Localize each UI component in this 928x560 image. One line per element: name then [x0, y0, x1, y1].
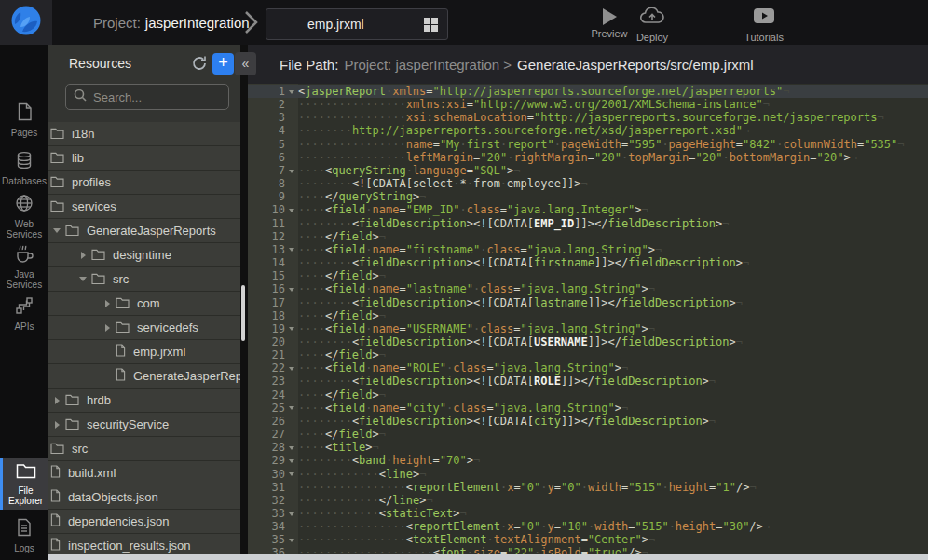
fold-arrow-icon[interactable] — [289, 459, 294, 463]
code-line[interactable]: 6················leftMargin="20"·rightMa… — [248, 151, 928, 164]
tree-item-src[interactable]: src — [48, 267, 240, 292]
code-line[interactable]: 31················<reportElement·x="0"·y… — [248, 481, 928, 494]
code-line[interactable]: 2················xmlns:xsi="http://www.w… — [248, 98, 928, 111]
code-line[interactable]: 33············<staticText>¬ — [248, 507, 928, 520]
sidebar-item-java-services[interactable]: JavaServices — [0, 240, 48, 294]
fold-gutter — [285, 494, 298, 507]
chevron-collapsed-icon[interactable] — [78, 251, 88, 260]
chevron-collapsed-icon[interactable] — [52, 396, 61, 405]
fold-arrow-icon[interactable] — [289, 446, 294, 450]
fold-arrow-icon[interactable] — [289, 248, 294, 252]
fold-arrow-icon[interactable] — [289, 539, 294, 542]
code-line[interactable]: 18····</field>¬ — [248, 309, 928, 322]
fold-arrow-icon[interactable] — [289, 209, 294, 212]
sidebar-item-logs[interactable]: Logs — [0, 514, 48, 557]
code-editor[interactable]: 1<jasperReport·xmlns="http://jasperrepor… — [248, 84, 928, 560]
tree-item-servicedefs[interactable]: servicedefs — [48, 316, 240, 340]
panel-scrollbar-track[interactable] — [240, 45, 248, 560]
tree-item-dependencies-json[interactable]: dependencies.json — [48, 510, 240, 534]
fold-arrow-icon[interactable] — [289, 472, 294, 476]
fold-arrow-icon[interactable] — [289, 327, 294, 331]
chevron-expanded-icon[interactable] — [78, 275, 88, 284]
code-line[interactable]: 7····<queryString·language="SQL">¬ — [248, 164, 928, 177]
code-line[interactable]: 13····<field·name="firstname"·class="jav… — [248, 243, 928, 256]
search-input[interactable] — [93, 90, 205, 104]
tree-item-profiles[interactable]: profiles — [48, 171, 240, 195]
fold-arrow-icon[interactable] — [289, 367, 294, 371]
tree-item-dataobjects-json[interactable]: dataObjects.json — [48, 485, 240, 510]
code-line[interactable]: 34················<reportElement·x="0"·y… — [248, 520, 928, 533]
tree-item-com[interactable]: com — [48, 292, 240, 316]
grid-icon[interactable] — [424, 18, 438, 32]
fold-arrow-icon[interactable] — [289, 170, 294, 173]
code-line[interactable]: 3················xsi:schemaLocation="htt… — [248, 111, 928, 124]
tutorials-button[interactable]: Tutorials — [738, 7, 790, 43]
fold-arrow-icon[interactable] — [289, 406, 294, 410]
panel-scrollbar-thumb[interactable] — [241, 285, 245, 341]
horizontal-scrollbar[interactable] — [48, 554, 928, 560]
sidebar-item-web-services[interactable]: WebServices — [0, 190, 48, 243]
tree-item-services[interactable]: services — [48, 195, 240, 219]
code-line[interactable]: 27····</field>¬ — [248, 428, 928, 441]
tree-item-generatejasperreports[interactable]: GenerateJasperReports — [48, 219, 240, 243]
line-number: 34 — [248, 520, 285, 533]
code-line[interactable]: 11········<fieldDescription><![CDATA[EMP… — [248, 217, 928, 230]
code-line[interactable]: 16····<field·name="lastname"·class="java… — [248, 282, 928, 295]
code-line[interactable]: 9····</queryString>¬ — [248, 190, 928, 203]
code-line[interactable]: 28····<title>¬ — [248, 441, 928, 454]
code-line[interactable]: 21····</field>¬ — [248, 348, 928, 362]
code-line[interactable]: 8········<![CDATA[select·*·from·employee… — [248, 177, 928, 190]
chevron-collapsed-icon[interactable] — [102, 299, 112, 308]
code-line[interactable]: 10····<field·name="EMP_ID"·class="java.l… — [248, 203, 928, 216]
sidebar-item-pages[interactable]: Pages — [0, 99, 48, 142]
tree-item-build-xml[interactable]: build.xml — [48, 461, 240, 485]
add-resource-button[interactable]: + — [212, 53, 234, 75]
code-line[interactable]: 5················name="My·first·report"·… — [248, 138, 928, 151]
chevron-collapsed-icon[interactable] — [102, 323, 112, 333]
tree-item-designtime[interactable]: designtime — [48, 243, 240, 267]
code-line[interactable]: 22····<field·name="ROLE"·class="java.lan… — [248, 362, 928, 375]
code-line[interactable]: 19····<field·name="USERNAME"·class="java… — [248, 322, 928, 335]
tree-item-emp-jrxml[interactable]: emp.jrxml — [48, 340, 240, 364]
code-line[interactable]: 30············<line>¬ — [248, 468, 928, 481]
sidebar-item-label: WebServices — [7, 219, 42, 239]
fold-arrow-icon[interactable] — [289, 90, 294, 94]
tree-item-i18n[interactable]: i18n — [48, 122, 240, 146]
sidebar-item-databases[interactable]: Databases — [0, 147, 48, 190]
open-file-tab[interactable]: emp.jrxml — [266, 8, 448, 40]
chevron-collapsed-icon[interactable] — [52, 420, 61, 430]
line-number: 16 — [248, 282, 285, 295]
code-line[interactable]: 35················<textElement·textAlign… — [248, 533, 928, 546]
file-tab-name: emp.jrxml — [307, 17, 424, 32]
code-line[interactable]: 1<jasperReport·xmlns="http://jasperrepor… — [248, 85, 928, 98]
line-number: 20 — [248, 335, 285, 348]
code-line[interactable]: 14········<fieldDescription><![CDATA[fir… — [248, 256, 928, 269]
code-line[interactable]: 4········http://jasperreports.sourceforg… — [248, 124, 928, 137]
code-line[interactable]: 32············</line>¬ — [248, 494, 928, 507]
code-line[interactable]: 29········<band·height="70">¬ — [248, 454, 928, 467]
tree-item-lib[interactable]: lib — [48, 146, 240, 171]
code-line[interactable]: 25····<field·name="city"·class="java.lan… — [248, 402, 928, 415]
code-line[interactable]: 20········<fieldDescription><![CDATA[USE… — [248, 335, 928, 348]
fold-arrow-icon[interactable] — [289, 512, 294, 516]
code-line[interactable]: 23········<fieldDescription><![CDATA[ROL… — [248, 375, 928, 388]
deploy-button[interactable]: Deploy — [626, 7, 678, 43]
tree-item-generatejasperreports-s[interactable]: GenerateJasperReports.s — [48, 364, 240, 389]
code-line[interactable]: 12····</field>¬ — [248, 230, 928, 243]
tree-item-securityservice[interactable]: securityService — [48, 413, 240, 437]
tree-item-src[interactable]: src — [48, 437, 240, 461]
fold-arrow-icon[interactable] — [289, 288, 294, 292]
code-line[interactable]: 26········<fieldDescription><![CDATA[cit… — [248, 415, 928, 428]
chevron-expanded-icon[interactable] — [52, 226, 61, 236]
search-box[interactable] — [65, 84, 229, 110]
code-line[interactable]: 17········<fieldDescription><![CDATA[las… — [248, 296, 928, 309]
sidebar-item-file-explorer[interactable]: FileExplorer — [0, 458, 48, 510]
collapse-panel-button[interactable]: « — [235, 52, 256, 75]
refresh-button[interactable] — [190, 54, 209, 73]
app-logo[interactable] — [0, 0, 52, 45]
sidebar-item-apis[interactable]: APIs — [0, 293, 48, 335]
code-line[interactable]: 15····</field>¬ — [248, 269, 928, 282]
code-line[interactable]: 24····</field>¬ — [248, 389, 928, 402]
tree-item-hrdb[interactable]: hrdb — [48, 389, 240, 413]
tree-item-label: services — [72, 199, 116, 213]
